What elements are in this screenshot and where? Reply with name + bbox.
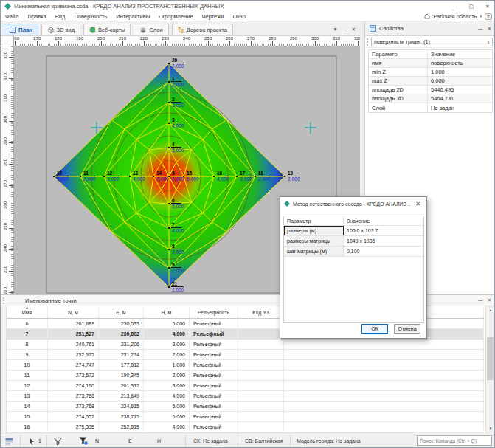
menu-item-правка[interactable]: Правка (23, 13, 50, 20)
point-row-11[interactable]: 11273,572190,3452,000Рельефный (7, 371, 484, 381)
tab-label: План (18, 27, 32, 33)
property-row[interactable]: имяповерхность (369, 59, 492, 68)
survey-point[interactable] (168, 267, 170, 269)
scroll-down-icon[interactable]: ▼ (486, 424, 495, 433)
menu-item-вид[interactable]: Вид (51, 13, 70, 20)
property-row[interactable]: max Z6,000 (369, 77, 492, 86)
survey-point[interactable] (168, 227, 170, 229)
properties-minimize-icon[interactable]: — (478, 26, 483, 32)
tab-minimize-icon[interactable]: — (342, 27, 347, 32)
survey-point[interactable] (168, 286, 170, 288)
tab-dropdown-icon[interactable]: ▼ (333, 27, 338, 32)
survey-point[interactable] (168, 249, 170, 250)
tab-3d-вид[interactable]: 3D вид (41, 24, 80, 35)
survey-point[interactable] (53, 176, 55, 177)
object-selector-dropdown[interactable]: поверхности трианг. (1) ∨ (371, 38, 493, 46)
column-header-1[interactable]: N, м (48, 306, 99, 318)
menu-item-чертежи[interactable]: Чертежи (198, 13, 229, 20)
point-label-15: 155,000 (186, 170, 198, 182)
property-value: 1,000 (428, 69, 492, 75)
scrollbar-thumb[interactable] (487, 337, 494, 380)
survey-point[interactable] (153, 176, 154, 177)
survey-point[interactable] (168, 203, 170, 204)
ok-button[interactable]: ОК (361, 324, 388, 334)
survey-point[interactable] (103, 176, 105, 177)
tab-label: 3D вид (57, 27, 75, 33)
dialog-row[interactable]: размеры матрицы1049 x 1036 (284, 236, 423, 247)
crs-status[interactable]: СК: Не задана (193, 433, 228, 448)
dialog-row[interactable]: размеры (м)105.0 x 103.7 (284, 226, 423, 236)
dialog-row[interactable]: шаг матрицы (м)0,100 (284, 247, 423, 257)
filter-active-icon[interactable] (79, 437, 88, 445)
report-icon[interactable] (5, 438, 13, 445)
ruler-tick (9, 185, 13, 186)
tab-план[interactable]: План (4, 24, 38, 35)
survey-point[interactable] (168, 102, 170, 103)
cancel-button[interactable]: Отмена (394, 324, 420, 334)
maximize-button[interactable]: ▢ (463, 1, 480, 12)
point-row-13[interactable]: 13273,768213,6494,000Рельефный (7, 391, 484, 402)
ruler-label: 300 (308, 36, 322, 41)
point-row-14[interactable]: 14273,768224,6155,000Рельефный (7, 402, 484, 412)
points-minimize-icon[interactable]: — (478, 297, 483, 303)
point-cell (238, 391, 284, 401)
menu-item-окно[interactable]: Окно (228, 13, 249, 20)
points-close-icon[interactable]: ✕ (488, 297, 491, 303)
points-scrollbar[interactable]: ▲ ▼ (485, 306, 494, 433)
survey-point[interactable] (284, 176, 285, 177)
property-row[interactable]: СлойНе задан (369, 103, 492, 112)
column-header-2[interactable]: E, м (99, 306, 144, 318)
menu-item-поверхность[interactable]: Поверхность (69, 13, 111, 20)
workspace-selector[interactable]: Рабочая область (433, 13, 477, 20)
survey-point[interactable] (80, 176, 81, 177)
point-row-16[interactable]: 16275,335252,8154,000Рельефный (7, 422, 484, 433)
menu-item-файл[interactable]: Файл (1, 13, 23, 20)
dialog-close-icon[interactable]: ✕ (413, 201, 423, 207)
point-row-10[interactable]: 10274,747177,8121,000Рельефный (7, 360, 484, 371)
point-row-15[interactable]: 15274,552238,7155,000Рельефный (7, 412, 484, 422)
point-cell: Рельефный (190, 350, 238, 359)
survey-point[interactable] (255, 176, 256, 177)
tab-слои[interactable]: Слои (134, 24, 168, 35)
property-row[interactable]: min Z1,000 (369, 68, 492, 77)
menu-item-оформление[interactable]: Оформление (154, 13, 198, 20)
command-search-input[interactable] (417, 435, 492, 446)
home-icon[interactable] (424, 13, 430, 19)
survey-point[interactable] (168, 81, 170, 83)
geoid-status[interactable]: Модель геоида: Не задана (297, 433, 361, 448)
survey-point[interactable] (236, 176, 238, 177)
tab-close-icon[interactable]: ✕ (352, 27, 356, 32)
filter-icon[interactable] (54, 438, 62, 445)
survey-point[interactable] (129, 176, 131, 177)
survey-point[interactable] (168, 123, 170, 124)
survey-point[interactable] (168, 176, 170, 177)
column-header-5[interactable]: Код УЗ (238, 306, 284, 318)
height-system-status[interactable]: СВ: Балтийская (245, 433, 283, 448)
menu-item-интерактивы[interactable]: Интерактивы (111, 13, 154, 20)
column-header-0[interactable]: Имя▲ (7, 306, 48, 318)
point-elevation: 5,000 (156, 176, 168, 182)
point-cell: 6 (7, 319, 48, 328)
survey-point[interactable] (168, 63, 170, 64)
column-header-4[interactable]: Рельефность (190, 306, 238, 318)
point-elevation: 2,000 (257, 176, 270, 182)
column-header-3[interactable]: H, м (144, 306, 190, 318)
tab-веб-карты[interactable]: Веб-карты (83, 24, 131, 35)
selection-cursor-icon[interactable] (29, 438, 35, 445)
properties-close-icon[interactable]: ✕ (488, 26, 491, 32)
point-row-8[interactable]: 8240,761231,2063,000Рельефный (7, 340, 484, 350)
points-panel-title: Именованные точки (25, 297, 77, 304)
survey-point[interactable] (168, 147, 170, 148)
point-row-9[interactable]: 9232,375231,2742,000Рельефный (7, 350, 484, 360)
property-row[interactable]: площадь 2D5440,495 (369, 86, 492, 94)
point-row-12[interactable]: 12274,160201,3123,000Рельефный (7, 381, 484, 391)
scroll-up-icon[interactable]: ▲ (486, 306, 495, 314)
point-cell: 2,000 (144, 371, 190, 380)
point-cell: 240,761 (48, 340, 99, 349)
survey-point[interactable] (213, 176, 215, 177)
minimize-button[interactable]: — (447, 1, 463, 12)
close-button[interactable]: ✕ (480, 1, 495, 12)
help-icon[interactable]: ? (485, 13, 492, 20)
tab-дерево-проекта[interactable]: Дерево проекта (172, 24, 233, 35)
property-row[interactable]: площадь 3D5464,731 (369, 94, 492, 103)
